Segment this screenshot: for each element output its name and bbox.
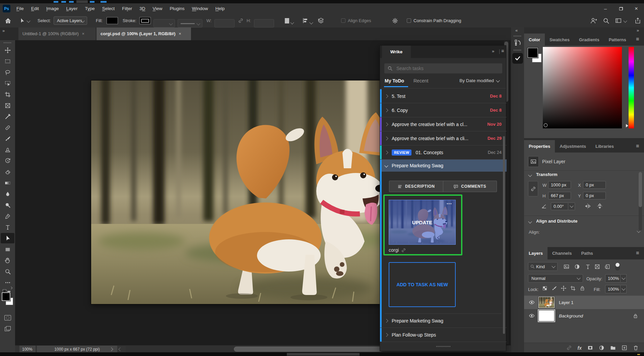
expand-chevron-icon[interactable]: [384, 136, 388, 140]
tab-color[interactable]: Color: [524, 34, 545, 46]
height-field[interactable]: 667 px: [548, 192, 571, 199]
zoom-level-field[interactable]: 100%: [19, 346, 36, 353]
close-tab-icon[interactable]: ×: [82, 31, 84, 36]
expand-chevron-icon[interactable]: [384, 151, 388, 154]
menu-select[interactable]: Select: [99, 3, 119, 14]
tab-layers[interactable]: Layers: [524, 247, 548, 259]
dock-grip[interactable]: [514, 50, 522, 51]
angle-dropdown[interactable]: [568, 202, 575, 210]
task-row[interactable]: 5. Test Dec 8: [380, 89, 507, 103]
saturation-brightness-picker[interactable]: [543, 47, 622, 128]
tab-channels[interactable]: Channels: [548, 247, 577, 259]
link-icon[interactable]: [401, 248, 406, 253]
layer-name[interactable]: Background: [559, 313, 583, 318]
update-button[interactable]: UPDATE: [389, 200, 455, 244]
status-prev-icon[interactable]: [118, 347, 122, 351]
task-title[interactable]: 6. Copy: [392, 108, 408, 113]
lock-all-icon[interactable]: [580, 286, 585, 291]
object-selection-tool[interactable]: [1, 78, 14, 88]
menu-filter[interactable]: Filter: [118, 3, 136, 14]
fill-swatch[interactable]: [107, 17, 118, 24]
fill-field[interactable]: 100%: [605, 285, 621, 293]
workspace-switcher-icon[interactable]: [615, 14, 627, 27]
constrain-path-dragging-checkbox[interactable]: Constrain Path Dragging: [407, 14, 461, 27]
task-row[interactable]: Approve the creative brief with a cli...…: [380, 131, 507, 145]
menu-image[interactable]: Image: [43, 3, 63, 14]
task-title[interactable]: Prepare Marketing Swag: [392, 318, 443, 323]
menu-edit[interactable]: Edit: [27, 3, 43, 14]
hue-slider-marker[interactable]: [626, 124, 628, 127]
align-section-label[interactable]: Align and Distribute: [536, 219, 578, 224]
blur-tool[interactable]: [1, 189, 14, 199]
wrike-plugin-icon[interactable]: [512, 53, 523, 64]
screen-mode-button[interactable]: [1, 323, 14, 334]
filter-toggle-pill[interactable]: [615, 262, 620, 271]
expand-chevron-icon[interactable]: [384, 94, 388, 98]
path-arrangement-button[interactable]: [318, 14, 324, 27]
opacity-field[interactable]: 100%: [605, 274, 621, 283]
properties-scrollbar[interactable]: [639, 172, 642, 231]
transform-section-label[interactable]: Transform: [536, 172, 558, 177]
restore-button[interactable]: [613, 3, 629, 14]
sort-chevron-icon[interactable]: [496, 78, 500, 82]
menu-file[interactable]: File: [13, 3, 27, 14]
tab-recent[interactable]: Recent: [413, 78, 428, 83]
canvas-image[interactable]: [91, 80, 426, 304]
adjustment-layer-icon[interactable]: [599, 345, 604, 351]
edit-toolbar-button[interactable]: [1, 277, 14, 288]
tab-libraries[interactable]: Libraries: [591, 140, 619, 153]
layer-name[interactable]: Layer 1: [559, 300, 573, 305]
select-mode-dropdown[interactable]: Active Layers: [54, 16, 87, 25]
quick-mask-button[interactable]: [1, 312, 14, 323]
layer-filter-dropdown[interactable]: Kind: [528, 262, 558, 271]
layer-row-layer1[interactable]: Layer 1: [524, 296, 644, 309]
lock-artboard-icon[interactable]: [570, 286, 576, 291]
link-wh-button[interactable]: [528, 181, 538, 196]
rectangle-tool[interactable]: [1, 244, 14, 254]
zoom-tool[interactable]: [1, 266, 14, 277]
tab-paths[interactable]: Paths: [576, 247, 597, 259]
search-input[interactable]: [396, 65, 491, 71]
layer-thumbnail[interactable]: [539, 297, 554, 308]
pen-tool[interactable]: [1, 211, 14, 221]
foreground-color-swatch[interactable]: [527, 48, 538, 58]
task-row[interactable]: 6. Copy Dec 8: [380, 103, 507, 117]
home-button[interactable]: [5, 14, 11, 27]
gradient-tool[interactable]: [1, 178, 14, 188]
y-field[interactable]: 0 px: [583, 192, 606, 199]
delete-layer-icon[interactable]: [633, 345, 639, 351]
attachment-name[interactable]: corgi: [389, 247, 399, 253]
close-tab-icon[interactable]: ×: [179, 31, 181, 36]
attachment-thumbnail[interactable]: UPDATE ...: [389, 200, 456, 245]
dock-grip[interactable]: [514, 36, 522, 37]
task-title[interactable]: 01. Concepts: [415, 150, 443, 155]
align-section-chevron[interactable]: [528, 220, 532, 223]
menu-help[interactable]: Help: [212, 3, 229, 14]
tab-properties[interactable]: Properties: [524, 140, 555, 153]
history-brush-tool[interactable]: [1, 156, 14, 166]
menu-plugins[interactable]: Plugins: [166, 3, 188, 14]
tab-patterns[interactable]: Patterns: [604, 34, 631, 46]
sort-dropdown[interactable]: By Date modified: [440, 78, 494, 83]
task-row[interactable]: Prepare Marketing Swag: [380, 314, 507, 328]
path-operations-button[interactable]: [285, 14, 294, 27]
path-selection-tool[interactable]: [1, 233, 14, 243]
x-field[interactable]: 0 px: [583, 181, 606, 189]
filter-smart-objects-icon[interactable]: [604, 264, 610, 270]
path-options-gear[interactable]: [392, 14, 398, 27]
tab-my-todo[interactable]: My ToDo: [385, 78, 404, 83]
close-button[interactable]: ×: [629, 3, 644, 14]
wrike-tab[interactable]: Wrike: [382, 46, 411, 58]
menu-type[interactable]: Type: [81, 3, 98, 14]
history-panel-icon[interactable]: [514, 39, 521, 46]
opacity-dropdown[interactable]: [621, 274, 627, 283]
more-options-icon[interactable]: ...: [447, 200, 452, 205]
task-title[interactable]: Approve the creative brief with a cl...: [392, 122, 467, 127]
flip-vertical-button[interactable]: [596, 203, 603, 210]
document-info[interactable]: 1000 px x 667 px (72 ppi): [37, 346, 117, 353]
color-picker-cursor[interactable]: [544, 123, 548, 127]
tool-preset[interactable]: [19, 14, 30, 27]
layer-thumbnail[interactable]: [539, 310, 554, 321]
add-to-task-button[interactable]: ADD TO TASK AS NEW: [389, 262, 456, 307]
toolbar-grip[interactable]: [4, 42, 11, 43]
